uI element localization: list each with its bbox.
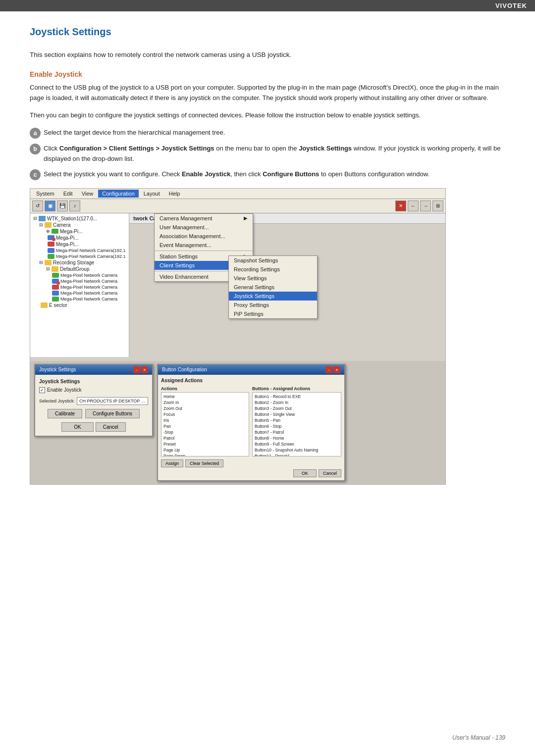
tree-item-defaultgroup: ⊟ DefaultGroup [32, 266, 127, 272]
section-heading-enable-joystick: Enable Joystick [30, 70, 505, 78]
assign-clear-row: Assign Clear Selected [161, 459, 341, 467]
intro-text: This section explains how to remotely co… [30, 50, 505, 60]
calibrate-button[interactable]: Calibrate [48, 409, 82, 418]
action-iris[interactable]: Iris [162, 417, 248, 423]
button-config-minimize[interactable]: - [325, 366, 332, 373]
sub-general[interactable]: General Settings [229, 283, 317, 292]
step-b-text: Click [44, 145, 59, 152]
step-c-bold: Enable Joystick [182, 170, 230, 178]
joystick-settings-dialog: Joystick Settings - × Joystick Settings … [34, 364, 153, 437]
arrow-icon: ▶ [244, 215, 248, 221]
dropdown-camera-management[interactable]: Camera Management ▶ [155, 214, 253, 223]
defaultgroup-folder-icon [52, 266, 58, 272]
dropdown-user-management[interactable]: User Management... [155, 223, 253, 232]
action-stop[interactable]: ·Stop [162, 429, 248, 435]
menu-layout[interactable]: Layout [140, 190, 164, 198]
tree-item-megapix1: ⊕ Mega-Pi... [32, 228, 127, 235]
configure-intro-text: Then you can begin to configure the joys… [30, 110, 505, 120]
actions-column: Actions Home Zoom In Zoom Out Focus Iris… [161, 386, 249, 456]
menu-configuration[interactable]: Configuration [98, 190, 138, 198]
btn-5[interactable]: Button5 - Pan [254, 417, 340, 423]
btn-2[interactable]: Button2 - Zoom In [254, 400, 340, 405]
aa-columns: Actions Home Zoom In Zoom Out Focus Iris… [161, 386, 341, 456]
sub-proxy[interactable]: Proxy Settings [229, 301, 317, 309]
calibrate-configure-row: Calibrate Configure Buttons [39, 409, 148, 418]
step-c-text: Select the joystick you want to configur… [44, 170, 182, 178]
assigned-actions-title: Assigned Actions [161, 378, 341, 383]
sub-pip[interactable]: PiP Settings [229, 309, 317, 318]
btn-9[interactable]: Button9 - Full Screen [254, 441, 340, 447]
step-c-row: c Select the joystick you want to config… [30, 169, 505, 180]
toolbar-btn-forward[interactable]: → [420, 201, 431, 211]
buttons-list[interactable]: Button1 - Record to EXE Button2 - Zoom I… [252, 392, 341, 456]
client-settings-sub-menu: Snapshot Settings Recording Settings Vie… [228, 255, 318, 319]
sub-joystick[interactable]: Joystick Settings [229, 292, 317, 301]
toolbar-btn-back[interactable]: ← [408, 201, 419, 211]
menu-view[interactable]: View [78, 190, 98, 198]
btn-7[interactable]: Button7 - Patrol [254, 429, 340, 435]
btn-10[interactable]: Button10 - Snapshot Auto Naming [254, 447, 340, 453]
step-c-text3: to open Buttons configuration window. [319, 170, 429, 178]
button-config-titlebar: Button Configuration - × [158, 365, 344, 375]
joystick-ok-cancel-row: OK Cancel [39, 422, 148, 432]
actions-list[interactable]: Home Zoom In Zoom Out Focus Iris Pan ·St… [161, 392, 249, 456]
toolbar-btn-camera[interactable]: ▣ [45, 201, 55, 211]
action-focus[interactable]: Focus [162, 411, 248, 417]
btn-3[interactable]: Button3 - Zoom Out [254, 405, 340, 411]
selected-joystick-label: Selected Joystick: [39, 399, 75, 403]
clear-selected-button[interactable]: Clear Selected [185, 459, 223, 467]
button-config-cancel[interactable]: Cancel [319, 469, 341, 477]
selected-joystick-row: Selected Joystick: CH PRODUCTS IP DESKTO… [39, 397, 148, 405]
joystick-ok-button[interactable]: OK [61, 422, 93, 432]
tree-item-cam2: Mega-Pixel Network Camera [32, 278, 127, 284]
btn-1[interactable]: Button1 - Record to EXE [254, 394, 340, 400]
toolbar-btn-save[interactable]: 💾 [57, 201, 68, 211]
button-config-close[interactable]: × [333, 366, 340, 373]
step-a-label: a [30, 128, 41, 139]
action-pageup[interactable]: Page Up [162, 447, 248, 453]
brand-label: VIVOTEK [495, 2, 527, 9]
joystick-dialog-titlebar: Joystick Settings - × [35, 365, 152, 375]
action-home[interactable]: Home [162, 394, 248, 400]
step-b-bold: Configuration > Client Settings > Joysti… [59, 145, 214, 152]
toolbar-btn-audio[interactable]: ♪ [69, 201, 80, 211]
toolbar-btn-refresh[interactable]: ↺ [32, 201, 43, 211]
page-title: Joystick Settings [30, 26, 505, 38]
action-pagedown[interactable]: Page Down [162, 453, 248, 456]
dropdown-event-management[interactable]: Event Management... [155, 241, 253, 250]
enable-joystick-checkbox[interactable]: ✓ [39, 387, 45, 393]
joystick-dialog-minimize[interactable]: - [133, 366, 140, 373]
btn-8[interactable]: Button8 - Home [254, 435, 340, 441]
btn-6[interactable]: Button6 - Stop [254, 423, 340, 429]
step-c-text2: , then click [230, 170, 263, 178]
menu-help[interactable]: Help [165, 190, 184, 198]
toolbar-btn-x[interactable]: ✕ [395, 201, 406, 211]
dialogs-row: Joystick Settings - × Joystick Settings … [30, 361, 445, 484]
action-pan[interactable]: Pan [162, 423, 248, 429]
button-config-ok[interactable]: OK [293, 469, 317, 477]
action-zoomout[interactable]: Zoom Out [162, 405, 248, 411]
menu-bar: System Edit View Configuration Layout He… [30, 189, 445, 199]
menu-edit[interactable]: Edit [59, 190, 77, 198]
sub-snapshot[interactable]: Snapshot Settings [229, 256, 317, 265]
button-config-ok-cancel: OK Cancel [161, 469, 341, 477]
tree-station-label: WTK_Station1(127.0... [47, 216, 97, 221]
dropdown-association-management[interactable]: Association Management... [155, 232, 253, 241]
btn-11[interactable]: Button11 - Preset1 [254, 453, 340, 456]
joystick-cancel-button[interactable]: Cancel [96, 422, 126, 432]
sub-recording[interactable]: Recording Settings [229, 265, 317, 274]
btn-4[interactable]: Button4 - Single View [254, 411, 340, 417]
action-patrol[interactable]: Patrol [162, 435, 248, 441]
toolbar-btn-grid[interactable]: ⊞ [432, 201, 443, 211]
sub-view[interactable]: View Settings [229, 274, 317, 283]
joystick-select[interactable]: CH PRODUCTS IP DESKTOP CON... [77, 397, 148, 405]
step-a-content: Select the target device from the hierar… [44, 128, 505, 138]
action-zoomin[interactable]: Zoom In [162, 400, 248, 405]
assign-button[interactable]: Assign [161, 459, 183, 467]
tree-item-megapix4: Mega-Pixel Network Camera(192.1 [32, 248, 127, 253]
configure-buttons-button[interactable]: Configure Buttons [85, 409, 140, 418]
step-b-label: b [30, 144, 41, 154]
menu-system[interactable]: System [32, 190, 58, 198]
joystick-dialog-close[interactable]: × [141, 366, 148, 373]
action-preset[interactable]: Preset [162, 441, 248, 447]
